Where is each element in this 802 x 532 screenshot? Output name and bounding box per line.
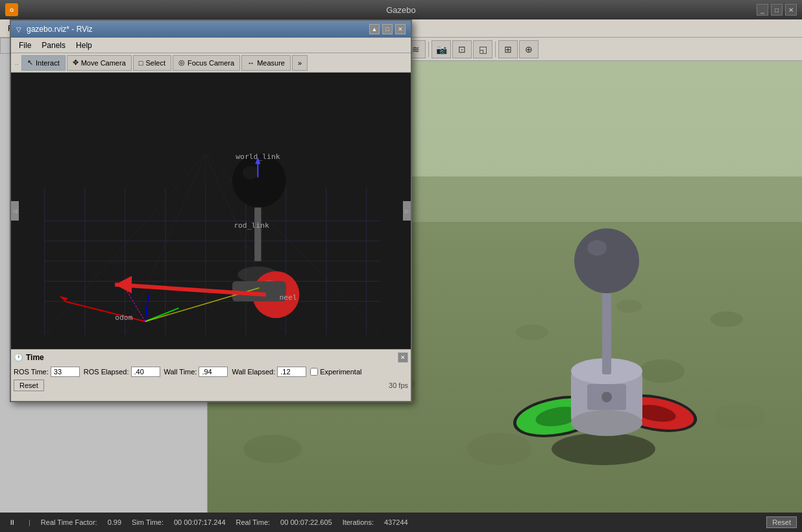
iterations-value: 437244 bbox=[384, 518, 408, 526]
gazebo-title: Gazebo bbox=[386, 5, 416, 15]
experimental-label: Experimental bbox=[320, 368, 361, 376]
maximize-button[interactable]: □ bbox=[771, 4, 783, 16]
close-button[interactable]: ✕ bbox=[785, 4, 797, 16]
real-time-label: Real Time: bbox=[236, 518, 271, 526]
rviz-minimize[interactable]: ▲ bbox=[369, 24, 380, 34]
move-camera-icon: ✥ bbox=[73, 58, 79, 67]
svg-text:odom: odom bbox=[115, 313, 133, 322]
minimize-button[interactable]: _ bbox=[757, 4, 768, 16]
rviz-3d-view[interactable]: ◁ ▷ bbox=[11, 73, 411, 349]
sep4 bbox=[495, 42, 496, 57]
fps-label: 30 fps bbox=[389, 381, 408, 389]
rviz-tool-interact[interactable]: ↖ Interact bbox=[21, 55, 66, 71]
real-time-factor-label: Real Time Factor: bbox=[41, 518, 97, 526]
ros-elapsed-group: ROS Elapsed: bbox=[84, 367, 160, 377]
rviz-left-handle[interactable]: ◁ bbox=[11, 201, 19, 221]
wall-time-label: Wall Time: bbox=[164, 368, 197, 376]
real-time-value: 00 00:07:22.605 bbox=[280, 518, 332, 526]
tool-grid[interactable]: ⊞ bbox=[498, 40, 518, 58]
tool-origin[interactable]: ⊕ bbox=[519, 40, 539, 58]
rviz-tool-select[interactable]: □ Select bbox=[133, 55, 171, 71]
rviz-menu-file[interactable]: File bbox=[14, 40, 36, 51]
gazebo-bottom-bar: ⏸ | Real Time Factor: 0.99 Sim Time: 00 … bbox=[0, 513, 802, 532]
tool-camera[interactable]: 📷 bbox=[431, 40, 451, 58]
gazebo-icon: G bbox=[5, 3, 18, 16]
experimental-group: Experimental bbox=[310, 368, 361, 376]
ros-time-input[interactable] bbox=[51, 367, 80, 377]
svg-text:G: G bbox=[10, 7, 14, 13]
gazebo-window: G Gazebo _ □ ✕ File Edit View Window Hel… bbox=[0, 0, 802, 532]
rviz-tool-measure[interactable]: ↔ Measure bbox=[241, 55, 291, 71]
wall-elapsed-input[interactable] bbox=[277, 367, 306, 377]
experimental-checkbox[interactable] bbox=[310, 368, 318, 376]
gazebo-reset-button[interactable]: Reset bbox=[766, 516, 797, 528]
measure-icon: ↔ bbox=[247, 59, 254, 67]
rviz-menu-bar: File Panels Help bbox=[11, 38, 411, 53]
ros-time-group: ROS Time: bbox=[14, 367, 80, 377]
tool-paste[interactable]: ◱ bbox=[473, 40, 492, 58]
sim-time-label: Sim Time: bbox=[132, 518, 164, 526]
svg-point-7 bbox=[714, 404, 766, 429]
svg-rect-26 bbox=[602, 280, 611, 374]
svg-point-8 bbox=[467, 433, 532, 465]
time-title: 🕐 Time bbox=[14, 353, 44, 362]
rviz-right-handle[interactable]: ▷ bbox=[403, 201, 411, 221]
interact-icon: ↖ bbox=[27, 58, 33, 67]
rviz-scene-svg: world_link rod_link neel odom bbox=[11, 73, 411, 349]
svg-point-29 bbox=[587, 240, 607, 256]
wall-time-input[interactable] bbox=[199, 367, 228, 377]
sep3 bbox=[428, 42, 429, 57]
ros-time-label: ROS Time: bbox=[14, 368, 49, 376]
svg-text:neel: neel bbox=[279, 293, 297, 302]
svg-point-23 bbox=[571, 410, 642, 436]
time-row2: Reset 30 fps bbox=[14, 380, 408, 391]
rviz-reset-button[interactable]: Reset bbox=[14, 380, 44, 391]
ros-elapsed-input[interactable] bbox=[131, 367, 160, 377]
rviz-title-bar: ▽ gazebo.rviz* - RViz ▲ □ ✕ bbox=[11, 21, 411, 38]
rviz-tool-more[interactable]: » bbox=[292, 55, 308, 71]
wall-time-group: Wall Time: bbox=[164, 367, 228, 377]
rviz-time-panel: 🕐 Time ✕ ROS Time: ROS Elapsed: Wall Tim… bbox=[11, 349, 411, 401]
time-panel-close[interactable]: ✕ bbox=[398, 352, 408, 363]
wall-elapsed-group: Wall Elapsed: bbox=[232, 367, 306, 377]
sim-time-value: 00 00:07:17.244 bbox=[174, 518, 226, 526]
select-icon: □ bbox=[139, 59, 143, 67]
svg-text:rod_link: rod_link bbox=[234, 221, 269, 230]
svg-point-9 bbox=[243, 435, 302, 463]
focus-camera-icon: ◎ bbox=[178, 58, 185, 67]
tool-copy[interactable]: ⊡ bbox=[452, 40, 472, 58]
iterations-label: Iterations: bbox=[343, 518, 374, 526]
rviz-menu-help[interactable]: Help bbox=[71, 40, 97, 51]
rviz-tool-focuscamera[interactable]: ◎ Focus Camera bbox=[173, 55, 240, 71]
rviz-close[interactable]: ✕ bbox=[395, 24, 406, 34]
rviz-window: ▽ gazebo.rviz* - RViz ▲ □ ✕ File Panels … bbox=[10, 19, 412, 402]
svg-point-51 bbox=[243, 166, 259, 180]
svg-point-14 bbox=[552, 433, 655, 465]
svg-point-10 bbox=[616, 300, 642, 313]
gazebo-title-bar: G Gazebo _ □ ✕ bbox=[0, 0, 802, 19]
real-time-factor-value: 0.99 bbox=[108, 518, 121, 526]
rviz-maximize[interactable]: □ bbox=[382, 24, 393, 34]
rviz-toolbar: ‥ ↖ Interact ✥ Move Camera □ Select ◎ Fo… bbox=[11, 53, 411, 73]
svg-point-6 bbox=[639, 359, 685, 383]
rviz-tool-movecamera[interactable]: ✥ Move Camera bbox=[67, 55, 132, 71]
rviz-menu-panels[interactable]: Panels bbox=[36, 40, 71, 51]
svg-point-25 bbox=[602, 392, 612, 402]
svg-point-5 bbox=[516, 324, 548, 340]
wall-elapsed-label: Wall Elapsed: bbox=[232, 368, 275, 376]
time-fields: ROS Time: ROS Elapsed: Wall Time: Wall E… bbox=[14, 367, 408, 377]
svg-point-28 bbox=[574, 228, 639, 293]
ros-elapsed-label: ROS Elapsed: bbox=[84, 368, 129, 376]
pause-button[interactable]: ⏸ bbox=[5, 516, 18, 529]
title-bar-buttons: _ □ ✕ bbox=[757, 4, 797, 16]
time-clock-icon: 🕐 bbox=[14, 353, 23, 362]
time-header: 🕐 Time ✕ bbox=[14, 352, 408, 363]
svg-rect-30 bbox=[11, 87, 411, 335]
svg-rect-52 bbox=[254, 208, 261, 261]
rviz-title: gazebo.rviz* - RViz bbox=[27, 25, 93, 34]
rviz-title-buttons: ▲ □ ✕ bbox=[369, 24, 406, 34]
svg-point-11 bbox=[711, 311, 743, 327]
